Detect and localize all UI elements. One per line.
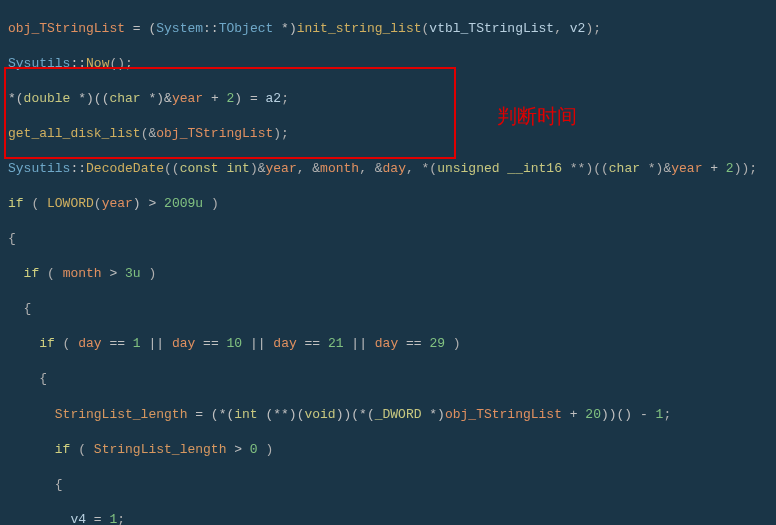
code-line: v4 = 1; — [8, 511, 768, 525]
code-line: if ( LOWORD(year) > 2009u ) — [8, 195, 768, 213]
code-line: obj_TStringList = (System::TObject *)ini… — [8, 20, 768, 38]
code-line: { — [8, 370, 768, 388]
code-viewer[interactable]: obj_TStringList = (System::TObject *)ini… — [0, 0, 776, 525]
code-line: if ( StringList_length > 0 ) — [8, 441, 768, 459]
code-line: Sysutils::DecodeDate((const int)&year, &… — [8, 160, 768, 178]
code-line: { — [8, 230, 768, 248]
code-line: { — [8, 476, 768, 494]
code-line: *(double *)((char *)&year + 2) = a2; — [8, 90, 768, 108]
code-line: StringList_length = (*(int (**)(void))(*… — [8, 406, 768, 424]
code-line: { — [8, 300, 768, 318]
code-line: Sysutils::Now(); — [8, 55, 768, 73]
code-line: if ( month > 3u ) — [8, 265, 768, 283]
code-line: if ( day == 1 || day == 10 || day == 21 … — [8, 335, 768, 353]
code-line: get_all_disk_list(&obj_TStringList); — [8, 125, 768, 143]
